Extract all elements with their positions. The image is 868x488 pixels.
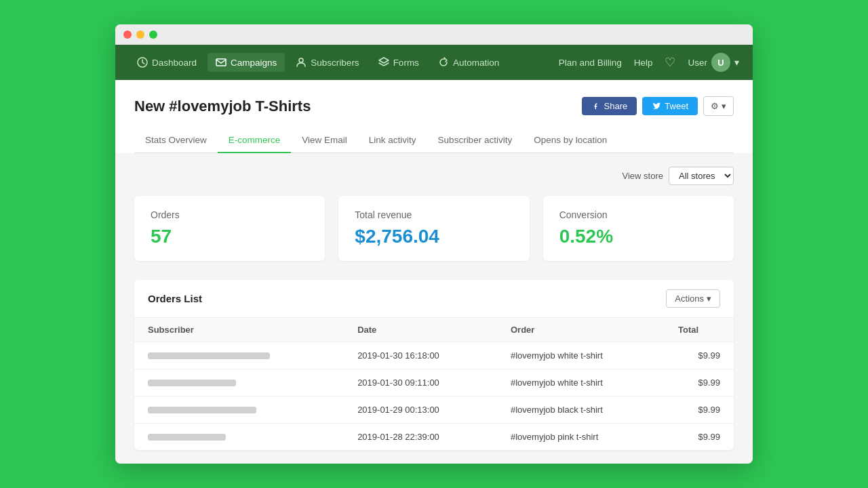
revenue-label: Total revenue [355,209,513,220]
subscriber-bar [148,434,226,441]
total-cell: $9.99 [665,424,734,451]
order-cell: #lovemyjob white t-shirt [497,342,665,369]
nav-forms-label: Forms [393,58,419,68]
twitter-icon [652,102,661,111]
share-button[interactable]: Share [582,97,637,115]
nav-right: Plan and Billing Help ♡ User U ▾ [559,53,739,72]
nav-item-dashboard[interactable]: Dashboard [129,53,205,72]
heart-icon[interactable]: ♡ [665,55,675,70]
actions-chevron-icon: ▾ [707,293,711,304]
nav-automation-label: Automation [453,58,499,68]
refresh-icon [438,57,449,68]
nav-campaigns-label: Campaigns [231,58,277,68]
table-row: 2019-01-28 22:39:00#lovemyjob pink t-shi… [134,424,734,451]
subscriber-bar [148,407,256,413]
metric-card-orders: Orders 57 [134,196,325,261]
date-cell: 2019-01-29 00:13:00 [344,396,497,424]
store-bar: View store All stores Store 1 Store 2 [134,167,734,185]
conversion-label: Conversion [559,209,717,220]
table-row: 2019-01-30 09:11:00#lovemyjob white t-sh… [134,369,734,396]
order-cell: #lovemyjob pink t-shirt [497,424,665,451]
subscriber-cell [134,424,344,451]
settings-chevron-icon: ▾ [722,101,726,111]
orders-list-title: Orders List [148,293,202,304]
subscriber-cell [134,342,344,369]
tab-subscriber-activity[interactable]: Subscriber activity [427,128,524,153]
nav-plan-billing[interactable]: Plan and Billing [559,58,622,68]
total-cell: $9.99 [665,342,734,369]
content-area: New #lovemyjob T-Shirts Share Tweet [115,80,753,153]
col-date: Date [344,318,497,342]
tab-view-email[interactable]: View Email [291,128,358,153]
gear-icon: ⚙ [711,101,719,111]
tab-stats-overview[interactable]: Stats Overview [134,128,218,153]
orders-header: Orders List Actions ▾ [134,280,734,317]
nav-user[interactable]: User U ▾ [688,53,739,72]
nav-subscribers-label: Subscribers [311,58,359,68]
tweet-button[interactable]: Tweet [642,97,698,115]
conversion-value: 0.52% [559,226,717,247]
nav-item-automation[interactable]: Automation [430,53,507,72]
orders-value: 57 [151,226,309,247]
total-cell: $9.99 [665,369,734,396]
person-icon [296,57,307,68]
subscriber-cell [134,396,344,424]
total-cell: $9.99 [665,396,734,424]
order-cell: #lovemyjob white t-shirt [497,369,665,396]
actions-button[interactable]: Actions ▾ [666,289,720,308]
col-order: Order [497,318,665,342]
revenue-value: $2,756.04 [355,226,513,247]
metric-card-revenue: Total revenue $2,756.04 [338,196,529,261]
tab-e-commerce[interactable]: E-commerce [218,128,292,153]
nav-item-subscribers[interactable]: Subscribers [288,53,367,72]
nav-dashboard-label: Dashboard [152,58,197,68]
page-header: New #lovemyjob T-Shirts Share Tweet [134,96,734,116]
settings-button[interactable]: ⚙ ▾ [703,96,734,116]
nav-item-campaigns[interactable]: Campaigns [208,53,285,72]
user-chevron-icon: ▾ [734,57,739,68]
header-actions: Share Tweet ⚙ ▾ [582,96,734,116]
page-title: New #lovemyjob T-Shirts [134,98,311,115]
date-cell: 2019-01-30 09:11:00 [344,369,497,396]
nav-user-label: User [688,58,707,68]
main-content: View store All stores Store 1 Store 2 Or… [115,153,753,464]
orders-table: Subscriber Date Order Total 2019-01-30 1… [134,317,734,450]
date-cell: 2019-01-28 22:39:00 [344,424,497,451]
col-total: Total [665,318,734,342]
titlebar [115,24,753,45]
svg-rect-1 [216,59,226,66]
table-header-row: Subscriber Date Order Total [134,318,734,342]
tab-link-activity[interactable]: Link activity [358,128,427,153]
envelope-icon [216,57,226,68]
subscriber-bar [148,352,270,359]
orders-section: Orders List Actions ▾ Subscriber Date Or… [134,280,734,450]
minimize-dot[interactable] [136,30,144,39]
tab-opens-by-location[interactable]: Opens by location [523,128,618,153]
view-store-label: View store [623,171,663,181]
close-dot[interactable] [123,30,132,39]
navbar: Dashboard Campaigns Subscribers [115,45,753,80]
nav-left: Dashboard Campaigns Subscribers [129,53,559,72]
nav-help[interactable]: Help [634,58,653,68]
share-label: Share [604,101,628,111]
facebook-icon [591,102,601,111]
subscriber-cell [134,369,344,396]
tabs-bar: Stats Overview E-commerce View Email Lin… [134,128,734,153]
col-subscriber: Subscriber [134,318,344,342]
store-select[interactable]: All stores Store 1 Store 2 [669,167,734,185]
order-cell: #lovemyjob black t-shirt [497,396,665,424]
tweet-label: Tweet [665,101,688,111]
table-row: 2019-01-29 00:13:00#lovemyjob black t-sh… [134,396,734,424]
layers-icon [378,57,389,68]
orders-label: Orders [151,209,309,220]
metric-cards: Orders 57 Total revenue $2,756.04 Conver… [134,196,734,261]
avatar: U [711,53,730,72]
nav-item-forms[interactable]: Forms [370,53,427,72]
actions-label: Actions [675,293,704,304]
browser-window: Dashboard Campaigns Subscribers [115,24,753,464]
table-row: 2019-01-30 16:18:00#lovemyjob white t-sh… [134,342,734,369]
clock-icon [137,57,148,68]
date-cell: 2019-01-30 16:18:00 [344,342,497,369]
maximize-dot[interactable] [149,30,157,39]
svg-point-2 [299,58,303,62]
